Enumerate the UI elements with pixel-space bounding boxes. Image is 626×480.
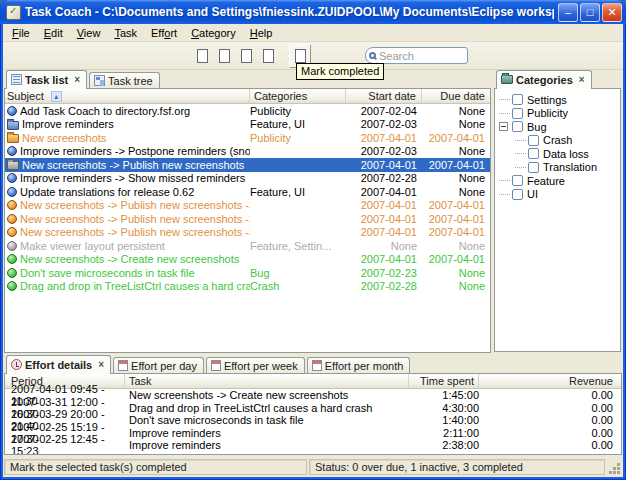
task-row[interactable]: New screenshots -> Publish new screensho… xyxy=(5,158,490,172)
new-task-button[interactable] xyxy=(191,44,213,68)
ball-blue-icon xyxy=(7,187,17,197)
category-item[interactable]: Bug xyxy=(499,120,618,134)
column-header-start-date[interactable]: Start date xyxy=(346,89,422,103)
column-header-subject[interactable]: Subject xyxy=(5,89,250,103)
calendar-small-icon xyxy=(312,360,322,371)
category-checkbox[interactable] xyxy=(512,94,523,105)
tab-close-icon[interactable]: × xyxy=(579,75,585,84)
task-due-date: None xyxy=(422,105,490,117)
column-header-time-spent[interactable]: Time spent xyxy=(409,374,479,388)
new-subtask-button[interactable] xyxy=(213,44,235,68)
tab-close-icon[interactable]: × xyxy=(74,75,80,84)
menu-item[interactable]: View xyxy=(70,25,108,41)
category-checkbox[interactable] xyxy=(528,148,539,159)
copy-button[interactable] xyxy=(137,44,159,68)
delete-task-button[interactable] xyxy=(257,44,279,68)
category-checkbox[interactable] xyxy=(528,162,539,173)
effort-time-spent: 1:40:00 xyxy=(409,414,479,426)
column-header-categories[interactable]: Categories xyxy=(250,89,346,103)
category-item[interactable]: Data loss xyxy=(499,147,618,161)
task-categories: Bug xyxy=(250,267,346,279)
task-start-date: 2007-02-28 xyxy=(346,280,422,292)
ball-green-icon xyxy=(7,268,17,278)
tab-close-icon[interactable]: × xyxy=(98,360,104,369)
menu-item[interactable]: Task xyxy=(107,25,144,41)
task-due-date: 2007-04-01 xyxy=(422,213,490,225)
task-row[interactable]: Improve reminders -> Postpone reminders … xyxy=(5,145,490,159)
ball-gray-icon xyxy=(7,241,17,251)
task-row[interactable]: Add Task Coach to directory.fsf.org Publ… xyxy=(5,104,490,118)
tree-connector xyxy=(515,140,526,141)
column-header-revenue[interactable]: Revenue xyxy=(479,374,621,388)
category-label: Bug xyxy=(527,121,547,133)
resize-grip[interactable] xyxy=(607,459,621,475)
paste-button[interactable] xyxy=(159,44,181,68)
category-checkbox[interactable] xyxy=(528,135,539,146)
category-item[interactable]: Feature xyxy=(499,174,618,188)
tab[interactable]: Effort details × xyxy=(6,355,111,373)
tab[interactable]: Effort per day xyxy=(113,357,204,373)
menu-item[interactable]: File xyxy=(5,25,37,41)
task-row[interactable]: Update translations for release 0.62 Fea… xyxy=(5,185,490,199)
category-checkbox[interactable] xyxy=(512,175,523,186)
task-row[interactable]: Don't save microseconds in task file Bug… xyxy=(5,266,490,280)
effort-task: Improve reminders xyxy=(125,439,409,451)
task-row[interactable]: Drag and drop in TreeListCtrl causes a h… xyxy=(5,280,490,294)
task-row[interactable]: New screenshots -> Publish new screensho… xyxy=(5,199,490,213)
menu-item[interactable]: Edit xyxy=(37,25,70,41)
tab[interactable]: Task tree xyxy=(89,72,160,88)
task-row[interactable]: New screenshots -> Publish new screensho… xyxy=(5,212,490,226)
task-row[interactable]: New screenshots Publicity 2007-04-01 200… xyxy=(5,131,490,145)
menu-item[interactable]: Help xyxy=(243,25,280,41)
task-due-date: 2007-04-01 xyxy=(422,132,490,144)
task-categories: Publicity xyxy=(250,132,346,144)
task-start-date: 2007-04-01 xyxy=(346,199,422,211)
cut-button[interactable] xyxy=(115,44,137,68)
task-row[interactable]: Improve reminders Feature, UI 2007-02-03… xyxy=(5,118,490,132)
open-button[interactable] xyxy=(7,44,29,68)
tab[interactable]: Task list × xyxy=(6,70,87,88)
maximize-button[interactable]: □ xyxy=(580,3,600,22)
task-row[interactable]: Make viewer layout persistent Feature, S… xyxy=(5,239,490,253)
category-checkbox[interactable] xyxy=(512,121,523,132)
task-start-date: 2007-04-01 xyxy=(346,226,422,238)
category-item[interactable]: Publicity xyxy=(499,107,618,121)
task-row[interactable]: Improve reminders -> Show missed reminde… xyxy=(5,172,490,186)
save-button[interactable] xyxy=(29,44,51,68)
task-due-date: 2007-04-01 xyxy=(422,159,490,171)
titlebar: Task Coach - C:\Documents and Settings\f… xyxy=(0,0,626,24)
category-item[interactable]: Settings xyxy=(499,93,618,107)
ball-blue-icon xyxy=(7,173,17,183)
effort-row[interactable]: 2007-02-25 12:45 - 15:23 Improve reminde… xyxy=(5,439,621,452)
effort-time-spent: 2:38:00 xyxy=(409,439,479,451)
calendar-small-icon xyxy=(211,360,221,371)
undo-button[interactable] xyxy=(61,44,83,68)
minimize-button[interactable]: – xyxy=(558,3,578,22)
task-subject: Drag and drop in TreeListCtrl causes a h… xyxy=(20,280,250,292)
edit-task-button[interactable] xyxy=(235,44,257,68)
task-row[interactable]: New screenshots -> Publish new screensho… xyxy=(5,226,490,240)
category-item[interactable]: Crash xyxy=(499,134,618,148)
category-label: Publicity xyxy=(527,107,568,119)
search-input[interactable] xyxy=(379,50,459,62)
tab[interactable]: Effort per month xyxy=(307,357,411,373)
category-item[interactable]: Translation xyxy=(499,161,618,175)
task-categories: Feature, Settin... xyxy=(250,240,346,252)
redo-button[interactable] xyxy=(83,44,105,68)
folder-gray-icon xyxy=(7,161,19,170)
menu-item[interactable]: Category xyxy=(184,25,243,41)
column-header-task[interactable]: Task xyxy=(125,374,409,388)
category-checkbox[interactable] xyxy=(512,189,523,200)
effort-panel: Effort details × Effort per day Effort p… xyxy=(4,355,622,455)
close-button[interactable]: ✕ xyxy=(602,3,622,22)
category-item[interactable]: UI xyxy=(499,188,618,202)
category-checkbox[interactable] xyxy=(512,108,523,119)
tab[interactable]: Effort per week xyxy=(206,357,305,373)
task-row[interactable]: New screenshots -> Create new screenshot… xyxy=(5,253,490,267)
menu-item[interactable]: Effort xyxy=(144,25,184,41)
status-summary: Status: 0 over due, 1 inactive, 3 comple… xyxy=(309,459,605,475)
column-header-due-date[interactable]: Due date xyxy=(422,89,490,103)
calendar-small-icon xyxy=(118,360,128,371)
tab-categories[interactable]: Categories × xyxy=(496,70,592,88)
ball-orange-icon xyxy=(7,200,17,210)
